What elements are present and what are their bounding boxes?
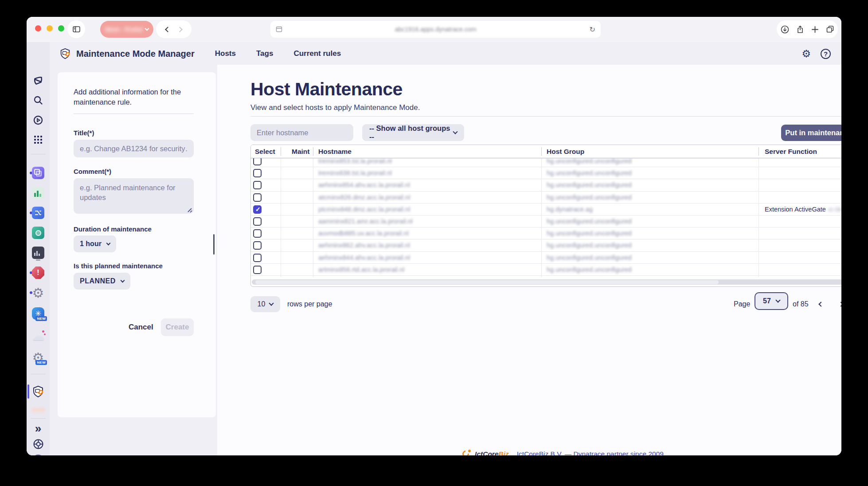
table-row[interactable]: aehminx862.ahv.acc.la.prorail.nlhg.uncon… bbox=[251, 239, 841, 251]
comment-textarea[interactable] bbox=[74, 178, 194, 214]
cancel-button[interactable]: Cancel bbox=[129, 323, 153, 332]
hostname-filter-input[interactable] bbox=[250, 124, 353, 141]
row-checkbox[interactable] bbox=[253, 181, 262, 189]
previous-page-button[interactable] bbox=[819, 300, 823, 308]
next-page-button[interactable] bbox=[839, 300, 841, 308]
sidebar-item-all-apps[interactable] bbox=[27, 135, 50, 145]
extensions-gear-icon: ⚙ NEW bbox=[32, 351, 44, 364]
maximize-window-button[interactable] bbox=[58, 25, 64, 31]
server-function-cell bbox=[765, 158, 841, 167]
sidebar-item-dynatrace-home[interactable] bbox=[27, 75, 50, 86]
table-row[interactable]: ptcminx848.dmz.acc.la.prorail.nlhg.dynat… bbox=[251, 204, 841, 216]
help-icon[interactable]: ? bbox=[821, 49, 831, 59]
row-checkbox[interactable] bbox=[253, 266, 262, 274]
sidebar-help-button[interactable] bbox=[27, 439, 50, 450]
sidebar-item-redacted-app[interactable] bbox=[27, 408, 50, 412]
hostname-cell: aamminx821.amr.acc.la.prorail.nl bbox=[318, 216, 540, 227]
comment-field-label: Comment(*) bbox=[74, 168, 194, 175]
share-icon[interactable] bbox=[796, 25, 804, 34]
hostname-cell: treminx853.tst.la.prorail.nl bbox=[318, 158, 540, 167]
sidebar-expand-button[interactable]: » bbox=[27, 422, 50, 435]
sidebar-item-hosts-monitor-app[interactable] bbox=[27, 247, 50, 259]
rows-per-page-select[interactable]: 10 bbox=[250, 296, 280, 312]
sidebar-item-charts-app[interactable] bbox=[27, 187, 50, 199]
table-row[interactable]: artminx856.rtd.acc.la.prorail.nlhg.uncon… bbox=[251, 264, 841, 276]
row-checkbox[interactable] bbox=[253, 254, 262, 262]
row-checkbox[interactable] bbox=[253, 169, 262, 177]
table-body: treminx853.tst.la.prorail.nlhg.unconfigu… bbox=[251, 158, 841, 278]
browser-profile-button[interactable]: Work - Profiel bbox=[100, 21, 153, 38]
address-bar[interactable]: abc1916.apps.dynatrace.com ↻ bbox=[270, 21, 601, 38]
app-logo-shield-icon bbox=[59, 48, 71, 59]
browser-titlebar: Work - Profiel abc1916.apps.dynatrace.co… bbox=[27, 17, 841, 42]
sidebar-item-search[interactable] bbox=[27, 95, 50, 106]
chevron-down-icon bbox=[120, 278, 125, 283]
reload-icon[interactable]: ↻ bbox=[590, 25, 595, 34]
table-header: Select Maint Hostname Host Group Server … bbox=[251, 145, 841, 158]
footer-partner-link[interactable]: IctCoreBiz B.V. — Dynatrace partner sinc… bbox=[517, 450, 664, 455]
forward-button[interactable] bbox=[178, 25, 182, 33]
hostname-cell: aehminx844.ahv.acc.la.prorail.nl bbox=[318, 252, 540, 264]
sidebar-item-workflows-app[interactable] bbox=[27, 207, 50, 219]
tab-tags[interactable]: Tags bbox=[256, 49, 273, 58]
sidebar-item-settings-app[interactable]: ⚙ bbox=[27, 286, 50, 299]
page-number-select[interactable]: 57 bbox=[755, 292, 788, 310]
planned-select[interactable]: PLANNED bbox=[74, 273, 130, 290]
tab-overview-icon[interactable] bbox=[826, 25, 834, 33]
table-row[interactable]: treminx853.tst.la.prorail.nlhg.unconfigu… bbox=[251, 158, 841, 167]
horizontal-scrollbar[interactable] bbox=[252, 279, 841, 285]
sidebar-item-clouds-app[interactable]: ☁ bbox=[27, 329, 50, 342]
row-checkbox[interactable] bbox=[253, 158, 262, 165]
server-function-cell bbox=[765, 239, 841, 251]
tab-hosts[interactable]: Hosts bbox=[215, 49, 236, 58]
sidebar-item-problems-app[interactable]: ! bbox=[27, 267, 50, 279]
new-tab-icon[interactable] bbox=[811, 26, 819, 33]
row-checkbox[interactable] bbox=[253, 229, 262, 238]
column-server-function: Server Function bbox=[765, 145, 817, 158]
row-checkbox[interactable] bbox=[253, 205, 262, 214]
create-button[interactable]: Create bbox=[161, 318, 194, 336]
settings-gear-icon[interactable]: ⚙ bbox=[802, 48, 811, 60]
row-checkbox[interactable] bbox=[253, 241, 262, 250]
sidebar-item-automations[interactable] bbox=[27, 115, 50, 125]
column-hostname: Hostname bbox=[318, 145, 352, 158]
table-row[interactable]: aamminx821.amr.acc.la.prorail.nlhg.uncon… bbox=[251, 216, 841, 227]
duration-field-label: Duration of maintenance bbox=[74, 225, 194, 233]
title-input[interactable] bbox=[74, 140, 194, 157]
downloads-icon[interactable] bbox=[781, 25, 789, 34]
server-function-cell bbox=[765, 252, 841, 264]
put-in-maintenance-button[interactable]: Put in maintenance bbox=[781, 125, 841, 141]
services-app-icon bbox=[32, 167, 44, 179]
tab-current-rules[interactable]: Current rules bbox=[293, 49, 341, 58]
row-checkbox[interactable] bbox=[253, 193, 262, 202]
row-checkbox[interactable] bbox=[253, 217, 262, 226]
minimize-window-button[interactable] bbox=[47, 25, 53, 31]
sidebar-item-kubernetes-app[interactable]: ✳ NEW bbox=[27, 307, 50, 320]
title-field-label: Title(*) bbox=[74, 129, 194, 137]
close-window-button[interactable] bbox=[35, 25, 41, 31]
dynatrace-logo-icon bbox=[32, 75, 44, 86]
table-row[interactable]: treminx838.tst.la.prorail.nlhg.unconfigu… bbox=[251, 167, 841, 179]
table-row[interactable]: atcminx826.dmz.acc.la.prorail.nlhg.uncon… bbox=[251, 192, 841, 204]
sidebar-item-extensions-app[interactable]: ⚙ NEW bbox=[27, 351, 50, 364]
page-number-value: 57 bbox=[763, 297, 771, 305]
sidebar-item-services-app[interactable] bbox=[27, 167, 50, 179]
user-avatar[interactable]: S bbox=[27, 455, 50, 455]
table-row[interactable]: aehminx844.ahv.acc.la.prorail.nlhg.uncon… bbox=[251, 252, 841, 264]
browser-sidebar-toggle-button[interactable] bbox=[67, 20, 85, 38]
form-scrollbar-thumb[interactable] bbox=[213, 234, 215, 255]
duration-select[interactable]: 1 hour bbox=[74, 235, 116, 252]
browser-toolbar-buttons bbox=[777, 20, 838, 38]
rows-per-page-value: 10 bbox=[258, 300, 266, 308]
app-launcher-rail: ! ⚙ ✳ NEW ☁ ⚙ NEW bbox=[27, 42, 50, 455]
sidebar-item-davis-app[interactable] bbox=[27, 227, 50, 239]
host-group-filter-select[interactable]: -- Show all host groups -- bbox=[362, 124, 464, 141]
back-button[interactable] bbox=[166, 25, 170, 33]
resize-grip-icon[interactable] bbox=[187, 208, 192, 213]
table-row[interactable]: auvmodb885.uv.acc.la.prorail.nlhg.unconf… bbox=[251, 227, 841, 239]
horizontal-scrollbar-thumb[interactable] bbox=[255, 280, 719, 284]
chevron-down-icon bbox=[106, 241, 110, 246]
sidebar-item-maintenance-mode-app-active[interactable] bbox=[27, 385, 50, 398]
table-row[interactable]: aehminx854.ahv.acc.la.prorail.nlhg.uncon… bbox=[251, 179, 841, 191]
host-group-cell: hg.unconfigured.unconfigured bbox=[547, 179, 757, 191]
